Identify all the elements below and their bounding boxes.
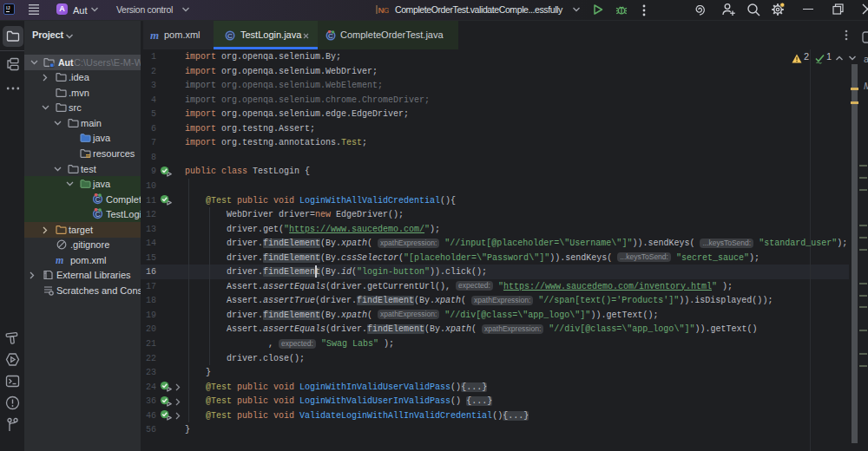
svg-text:m: m (150, 29, 159, 42)
svg-text:G: G (383, 5, 389, 15)
svg-text:m: m (56, 254, 63, 265)
svg-text:C: C (227, 32, 233, 40)
